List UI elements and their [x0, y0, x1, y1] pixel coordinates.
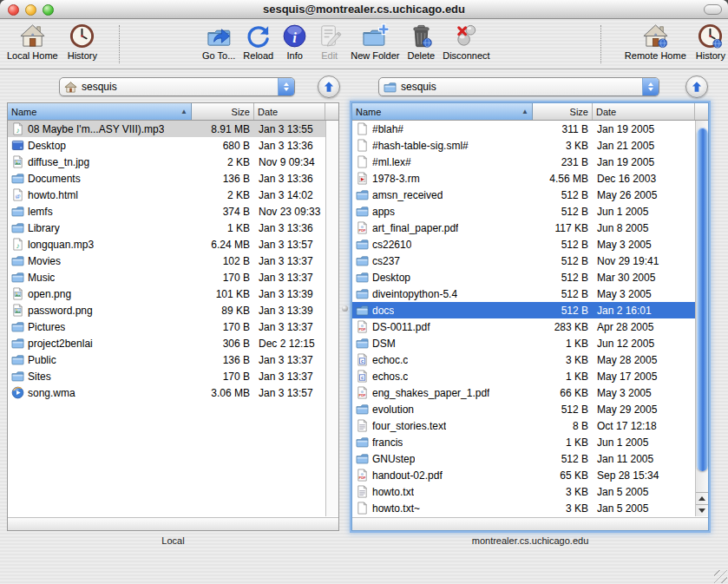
toolbar-button-local-history[interactable]: History	[68, 23, 97, 61]
file-size: 2 KB	[192, 189, 254, 201]
horizontal-scrollbar[interactable]	[8, 517, 338, 530]
file-row[interactable]: #blah# 311 B Jan 19 2005	[352, 121, 695, 137]
column-header-size[interactable]: Size	[533, 103, 593, 120]
file-row[interactable]: diveintopython-5.4 512 B May 3 2005	[352, 285, 695, 302]
folder-icon	[11, 254, 24, 267]
file-row[interactable]: c echoc.c 3 KB May 28 2005	[352, 351, 695, 368]
remote-path-dropdown[interactable]: sesquis	[378, 77, 659, 96]
local-file-pane: Name ▲ Size Date ♪ 08 Maybe I'm...ASY VI…	[7, 102, 339, 531]
file-row[interactable]: cs237 512 B Nov 29 19:41	[352, 253, 695, 269]
toolbar: Local Home History Go To... Reload i Inf…	[0, 19, 728, 69]
remote-path-value: sesquis	[401, 81, 642, 93]
file-row[interactable]: howto.txt~ 3 KB Jan 5 2005	[352, 500, 695, 516]
window-resize-grip[interactable]	[714, 570, 727, 583]
column-header-name[interactable]: Name ▲	[8, 103, 192, 120]
file-row[interactable]: c echos.c 1 KB May 17 2005	[352, 368, 695, 384]
file-row[interactable]: Documents 136 B Jan 3 13:36	[8, 170, 325, 187]
file-row[interactable]: song.wma 3.06 MB Jan 3 13:57	[8, 384, 325, 401]
file-name: amsn_received	[372, 189, 443, 201]
file-row[interactable]: Library 1 KB Jan 3 13:36	[8, 220, 325, 236]
toolbar-button-disconnect[interactable]: Disconnect	[443, 23, 489, 61]
file-row[interactable]: project2benlai 306 B Dec 2 12:15	[8, 335, 325, 351]
file-row[interactable]: 1978-3.rm 4.56 MB Dec 16 2003	[352, 170, 695, 187]
home-icon	[64, 81, 77, 94]
file-row[interactable]: Public 136 B Jan 3 13:37	[8, 351, 325, 368]
vertical-scrollbar[interactable]	[695, 121, 708, 516]
toolbar-button-local-home[interactable]: Local Home	[7, 23, 58, 61]
file-row[interactable]: Pictures 170 B Jan 3 13:37	[8, 318, 325, 335]
file-date: Sep 28 15:34	[593, 469, 695, 482]
file-date: Jan 3 13:37	[254, 321, 325, 333]
file-row[interactable]: howto.txt 3 KB Jan 5 2005	[352, 483, 695, 500]
column-header-size[interactable]: Size	[192, 103, 254, 120]
file-row[interactable]: #ml.lex# 231 B Jan 19 2005	[352, 154, 695, 170]
title-bar[interactable]: sesquis@montrealer.cs.uchicago.edu	[0, 0, 728, 19]
toolbar-button-delete[interactable]: Delete	[407, 23, 435, 61]
file-row[interactable]: lemfs 374 B Nov 23 09:33	[8, 203, 325, 220]
folder-icon	[11, 271, 24, 284]
file-date: May 3 2005	[593, 288, 695, 300]
file-row[interactable]: open.png 101 KB Jan 3 13:39	[8, 285, 325, 302]
toolbar-button-reload[interactable]: Reload	[243, 23, 273, 61]
svg-text:c: c	[361, 358, 364, 364]
file-row[interactable]: Desktop 512 B Mar 30 2005	[352, 269, 695, 285]
toolbar-toggle-button[interactable]	[704, 4, 722, 15]
toolbar-button-remote-home[interactable]: Remote Home	[625, 23, 686, 61]
pdf-file-icon: PDF	[356, 469, 369, 482]
file-name: Pictures	[28, 321, 65, 333]
vertical-scrollbar[interactable]	[325, 121, 338, 516]
file-size: 4.56 MB	[533, 173, 593, 185]
column-headers: Name ▲ Size Date	[352, 103, 708, 121]
file-row[interactable]: francis 1 KB Jun 1 2005	[352, 434, 695, 450]
column-header-date[interactable]: Date	[593, 103, 695, 120]
folder-icon	[356, 287, 369, 300]
local-up-directory-button[interactable]	[318, 75, 340, 98]
file-row[interactable]: ♪ longquan.mp3 6.24 MB Jan 3 13:57	[8, 236, 325, 253]
toolbar-button-info[interactable]: i Info	[281, 23, 308, 61]
file-row[interactable]: apps 512 B Jun 1 2005	[352, 203, 695, 220]
file-date: Jun 12 2005	[593, 338, 695, 350]
file-row[interactable]: Sites 170 B Jan 3 13:37	[8, 368, 325, 384]
file-row[interactable]: ♪ 08 Maybe I'm...ASY VIII).mp3 8.91 MB J…	[8, 121, 325, 137]
column-header-date[interactable]: Date	[254, 103, 325, 120]
column-header-name[interactable]: Name ▲	[352, 103, 533, 120]
file-date: Jan 3 13:37	[254, 371, 325, 383]
file-row[interactable]: amsn_received 512 B May 26 2005	[352, 187, 695, 203]
file-size: 8.91 MB	[192, 123, 254, 135]
file-row[interactable]: PDF eng_shakes_paper_1.pdf 66 KB May 3 2…	[352, 384, 695, 401]
file-row[interactable]: Desktop 680 B Jan 3 13:36	[8, 137, 325, 154]
toolbar-button-edit[interactable]: Edit	[316, 23, 343, 61]
remote-up-directory-button[interactable]	[685, 75, 708, 98]
file-row[interactable]: cs22610 512 B May 3 2005	[352, 236, 695, 253]
file-date: Jan 21 2005	[593, 140, 695, 152]
toolbar-button-new-folder[interactable]: New Folder	[351, 23, 399, 61]
local-path-dropdown[interactable]: sesquis	[59, 77, 295, 96]
file-row[interactable]: Movies 102 B Jan 3 13:37	[8, 253, 325, 269]
file-row[interactable]: GNUstep 512 B Jan 11 2005	[352, 450, 695, 467]
file-date: Nov 29 19:41	[593, 255, 695, 267]
file-name: Movies	[28, 255, 61, 267]
file-row[interactable]: diffuse_tn.jpg 2 KB Nov 9 09:34	[8, 154, 325, 170]
file-row[interactable]: PDF handout-02.pdf 65 KB Sep 28 15:34	[352, 467, 695, 483]
toolbar-button-goto[interactable]: Go To...	[202, 23, 235, 61]
file-row[interactable]: PDF DS-0011.pdf 283 KB Apr 28 2005	[352, 318, 695, 335]
toolbar-button-remote-history[interactable]: History	[696, 23, 725, 61]
file-row[interactable]: #hash-table-sig.sml# 3 KB Jan 21 2005	[352, 137, 695, 154]
file-row[interactable]: Music 170 B Jan 3 13:37	[8, 269, 325, 285]
file-row[interactable]: docs 512 B Jan 2 16:01	[352, 302, 695, 318]
pane-splitter-handle[interactable]	[342, 305, 348, 312]
file-date: Jun 1 2005	[593, 436, 695, 449]
remote-pane-label: montrealer.cs.uchicago.edu	[351, 535, 709, 546]
file-row[interactable]: four_stories.text 8 B Oct 17 12:18	[352, 417, 695, 434]
scrollbar-thumb[interactable]	[697, 128, 708, 471]
folder-icon	[11, 353, 24, 366]
scroll-down-button[interactable]	[696, 504, 708, 516]
file-row[interactable]: PDF art_final_paper.pdf 117 KB Jun 8 200…	[352, 220, 695, 236]
horizontal-scrollbar[interactable]	[352, 517, 708, 530]
scroll-up-button[interactable]	[696, 492, 708, 504]
file-row[interactable]: password.png 89 KB Jan 3 13:39	[8, 302, 325, 318]
file-row[interactable]: DSM 1 KB Jun 12 2005	[352, 335, 695, 351]
file-name: docs	[372, 305, 394, 317]
file-row[interactable]: evolution 512 B May 29 2005	[352, 401, 695, 417]
file-row[interactable]: @ howto.html 2 KB Jan 3 14:02	[8, 187, 325, 203]
